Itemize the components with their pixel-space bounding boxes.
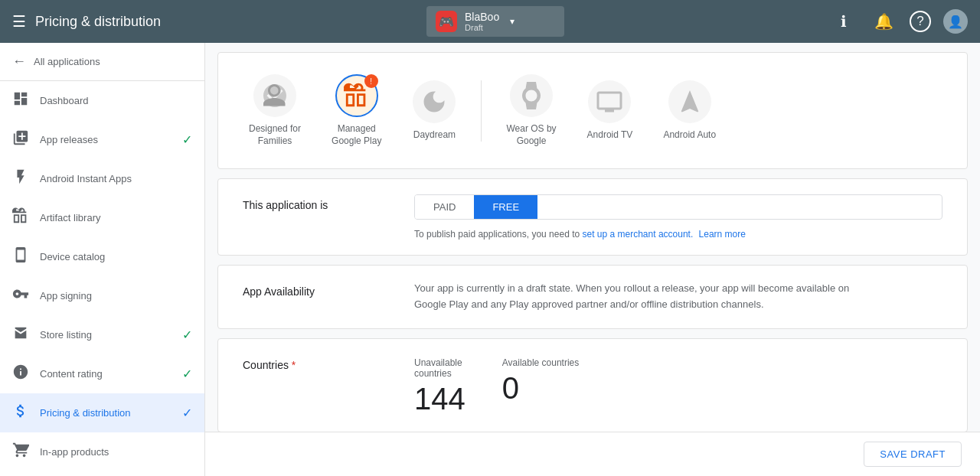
sidebar-item-app-signing[interactable]: App signing (0, 276, 204, 315)
unavailable-countries-stat: Unavailablecountries 144 (414, 357, 466, 416)
topbar-left: ☰ Pricing & distribution (12, 12, 161, 31)
menu-icon[interactable]: ☰ (12, 12, 26, 31)
sidebar-item-android-instant[interactable]: Android Instant Apps (0, 159, 204, 198)
sidebar-label-store-listing: Store listing (40, 329, 172, 341)
check-icon-store-listing: ✓ (182, 328, 192, 342)
free-button[interactable]: FREE (474, 195, 537, 219)
countries-row: Countries * Unavailablecountries 144 Ava… (218, 339, 967, 432)
android-auto-icon (668, 80, 711, 123)
available-value: 0 (502, 371, 580, 406)
android-tv-icon (588, 80, 631, 123)
dist-managed-google-play[interactable]: ! ManagedGoogle Play (319, 65, 394, 156)
footer-bar: SAVE DRAFT (205, 432, 980, 476)
android-auto-label: Android Auto (663, 129, 716, 142)
sidebar-item-device-catalog[interactable]: Device catalog (0, 237, 204, 276)
device-catalog-icon (12, 246, 29, 267)
payment-hint-text: To publish paid applications, you need t… (414, 229, 580, 240)
countries-section: Countries * Unavailablecountries 144 Ava… (217, 338, 968, 432)
back-arrow-icon: ← (12, 54, 26, 70)
availability-text: Your app is currently in a draft state. … (414, 281, 874, 313)
availability-label: App Availability (243, 281, 396, 298)
artifact-library-icon (12, 207, 29, 228)
paid-button[interactable]: PAID (415, 195, 474, 219)
unavailable-label: Unavailablecountries (414, 357, 466, 379)
sidebar-item-app-releases[interactable]: App releases ✓ (0, 120, 204, 159)
sidebar-item-pricing-distribution[interactable]: Pricing & distribution ✓ (0, 393, 204, 432)
chevron-down-icon: ▾ (510, 16, 514, 27)
sidebar-item-in-app-products[interactable]: In-app products (0, 432, 204, 471)
sidebar-item-translation-service[interactable]: Translation service (0, 471, 204, 476)
notification-icon[interactable]: 🔔 (870, 8, 897, 35)
distribution-icons-list: Designed forFamilies ! ManagedGoogle Pla… (218, 53, 967, 168)
avatar[interactable]: 👤 (943, 9, 968, 34)
distribution-section: Designed forFamilies ! ManagedGoogle Pla… (217, 52, 968, 169)
dist-families[interactable]: Designed forFamilies (237, 65, 313, 156)
availability-row: App Availability Your app is currently i… (218, 266, 967, 328)
daydream-label: Daydream (413, 129, 456, 142)
payment-hint: To publish paid applications, you need t… (414, 229, 942, 240)
families-label: Designed forFamilies (249, 123, 301, 147)
sidebar-item-store-listing[interactable]: Store listing ✓ (0, 315, 204, 354)
topbar: ☰ Pricing & distribution 🎮 BlaBoo Draft … (0, 0, 980, 43)
managed-notification-badge: ! (364, 74, 378, 88)
dist-daydream[interactable]: Daydream (400, 71, 469, 151)
dist-android-tv[interactable]: Android TV (575, 71, 645, 151)
save-draft-button[interactable]: SAVE DRAFT (864, 442, 962, 467)
app-status: Draft (465, 23, 499, 32)
countries-stats: Unavailablecountries 144 Available count… (414, 357, 942, 416)
sidebar-item-content-rating[interactable]: Content rating ✓ (0, 354, 204, 393)
required-asterisk: * (292, 359, 296, 371)
sidebar-label-android-instant: Android Instant Apps (40, 173, 192, 184)
sidebar: ← All applications Dashboard App release… (0, 43, 205, 476)
sidebar-label-dashboard: Dashboard (40, 95, 192, 106)
back-label: All applications (34, 56, 100, 67)
payment-section: This application is PAID FREE To publish… (217, 178, 968, 256)
back-to-all-apps[interactable]: ← All applications (0, 43, 204, 81)
payment-toggle: PAID FREE (414, 194, 942, 220)
distribution-divider (481, 80, 482, 142)
merchant-account-link[interactable]: set up a merchant account. (583, 229, 694, 240)
dist-wear-os[interactable]: Wear OS byGoogle (494, 65, 568, 156)
sidebar-item-dashboard[interactable]: Dashboard (0, 81, 204, 120)
content-area: Designed forFamilies ! ManagedGoogle Pla… (205, 43, 980, 476)
sidebar-label-artifact-library: Artifact library (40, 212, 192, 223)
app-name: BlaBoo (465, 11, 499, 23)
dist-android-auto[interactable]: Android Auto (651, 71, 728, 151)
android-tv-label: Android TV (587, 129, 633, 142)
info-icon[interactable]: ℹ (830, 8, 858, 35)
unavailable-value: 144 (414, 382, 466, 416)
sidebar-label-content-rating: Content rating (40, 368, 172, 380)
families-icon (253, 74, 296, 117)
daydream-icon (413, 80, 456, 123)
payment-content: PAID FREE To publish paid applications, … (414, 194, 942, 240)
help-icon[interactable]: ? (910, 11, 931, 32)
countries-content: Unavailablecountries 144 Available count… (414, 354, 942, 416)
available-label: Available countries (502, 357, 580, 368)
app-selector-info: BlaBoo Draft (465, 11, 499, 32)
check-icon-content-rating: ✓ (182, 367, 192, 381)
sidebar-label-device-catalog: Device catalog (40, 251, 192, 262)
check-icon-app-releases: ✓ (182, 132, 192, 147)
managed-google-play-label: ManagedGoogle Play (332, 123, 381, 147)
in-app-products-icon (12, 442, 29, 462)
topbar-right: ℹ 🔔 ? 👤 (830, 8, 968, 35)
payment-row: This application is PAID FREE To publish… (218, 179, 967, 255)
managed-google-play-icon: ! (335, 74, 378, 117)
learn-more-link[interactable]: Learn more (699, 229, 746, 240)
app-selector[interactable]: 🎮 BlaBoo Draft ▾ (426, 6, 564, 37)
payment-label: This application is (243, 194, 396, 211)
app-releases-icon (12, 129, 29, 150)
wear-os-icon (510, 74, 553, 117)
countries-label: Countries * (243, 354, 396, 371)
app-signing-icon (12, 285, 29, 306)
sidebar-item-artifact-library[interactable]: Artifact library (0, 198, 204, 237)
dashboard-icon (12, 90, 29, 111)
pricing-distribution-icon (12, 403, 29, 423)
app-icon: 🎮 (436, 11, 457, 32)
sidebar-label-in-app-products: In-app products (40, 446, 192, 458)
topbar-center: 🎮 BlaBoo Draft ▾ (173, 6, 818, 37)
page-content: Designed forFamilies ! ManagedGoogle Pla… (205, 43, 980, 476)
android-instant-icon (12, 168, 29, 189)
check-icon-pricing: ✓ (182, 406, 192, 420)
sidebar-label-pricing-distribution: Pricing & distribution (40, 407, 172, 419)
